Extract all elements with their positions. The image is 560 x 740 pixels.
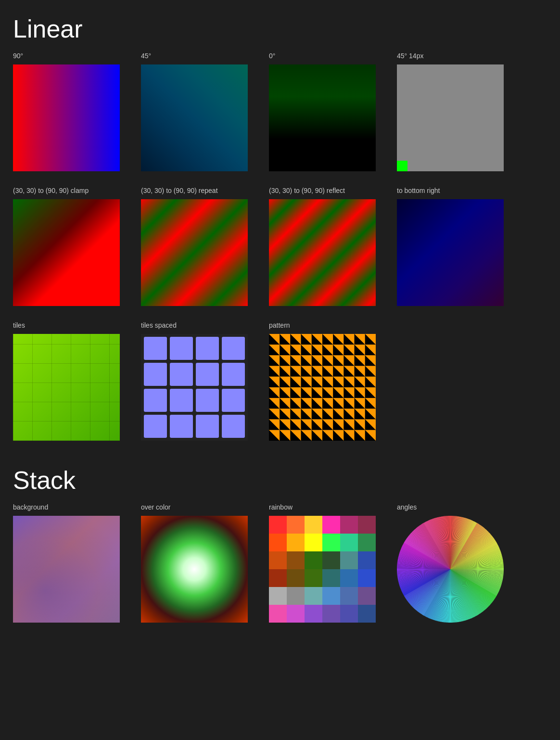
cell-90deg: 90° [13,52,120,171]
label-45deg: 45° [141,52,248,62]
swatch-tiles [13,334,120,441]
label-repeat: (30, 30) to (90, 90) repeat [141,187,248,196]
linear-row-1: 90° 45° 0° 45° 14px [13,52,547,182]
cell-rainbow: rainbow [269,503,376,623]
cell-45deg: 45° [141,52,248,171]
swatch-45deg [141,64,248,171]
tile-cell [144,415,167,438]
swatch-over-color [141,516,248,623]
swatch-rainbow [269,516,376,623]
swatch-angles [397,516,504,623]
cell-pattern: pattern [269,321,376,441]
tile-cell [196,363,219,386]
linear-row-2: (30, 30) to (90, 90) clamp (30, 30) to (… [13,187,547,317]
tile-cell [144,337,167,360]
tile-cell [144,389,167,412]
swatch-90deg [13,64,120,171]
cell-tiles: tiles [13,321,120,441]
label-0deg: 0° [269,52,376,62]
tile-cell [144,363,167,386]
cell-reflect: (30, 30) to (90, 90) reflect [269,187,376,306]
tile-cell [222,389,245,412]
cell-angles: angles [397,503,504,623]
canvas-45deg-14px [397,64,504,171]
cell-bottomright: to bottom right [397,187,504,306]
canvas-pattern [269,334,376,441]
tile-cell [222,415,245,438]
swatch-0deg [269,64,376,171]
linear-row-3: tiles tiles spaced pattern [13,321,547,451]
tile-cell [170,363,193,386]
cell-0deg: 0° [269,52,376,171]
label-45deg-14px: 45° 14px [397,52,504,62]
label-angles: angles [397,503,504,513]
label-clamp: (30, 30) to (90, 90) clamp [13,187,120,196]
tile-cell [196,389,219,412]
tile-cell [170,337,193,360]
tile-cell [222,337,245,360]
label-over-color: over color [141,503,248,513]
swatch-clamp [13,199,120,306]
tile-cell [222,363,245,386]
label-rainbow: rainbow [269,503,376,513]
tile-cell [170,389,193,412]
tile-cell [196,337,219,360]
swatch-background [13,516,120,623]
label-bottomright: to bottom right [397,187,504,196]
label-background: background [13,503,120,513]
cell-over-color: over color [141,503,248,623]
label-tiles-spaced: tiles spaced [141,321,248,331]
cell-repeat: (30, 30) to (90, 90) repeat [141,187,248,306]
swatch-tiles-spaced [141,334,248,441]
swatch-pattern [269,334,376,441]
stack-row-1: background over color rainbow angles [13,503,547,633]
cell-tiles-spaced: tiles spaced [141,321,248,441]
bg-overlay [13,516,120,623]
tile-cell [196,415,219,438]
cell-45deg-14px: 45° 14px [397,52,504,171]
cell-background: background [13,503,120,623]
tile-cell [170,415,193,438]
swatch-bottomright [397,199,504,306]
section-title-stack: Stack [13,466,547,495]
swatch-45deg-14px [397,64,504,171]
swatch-repeat [141,199,248,306]
cell-clamp: (30, 30) to (90, 90) clamp [13,187,120,306]
label-pattern: pattern [269,321,376,331]
swatch-reflect [269,199,376,306]
label-reflect: (30, 30) to (90, 90) reflect [269,187,376,196]
section-title-linear: Linear [13,14,547,43]
label-90deg: 90° [13,52,120,62]
label-tiles: tiles [13,321,120,331]
